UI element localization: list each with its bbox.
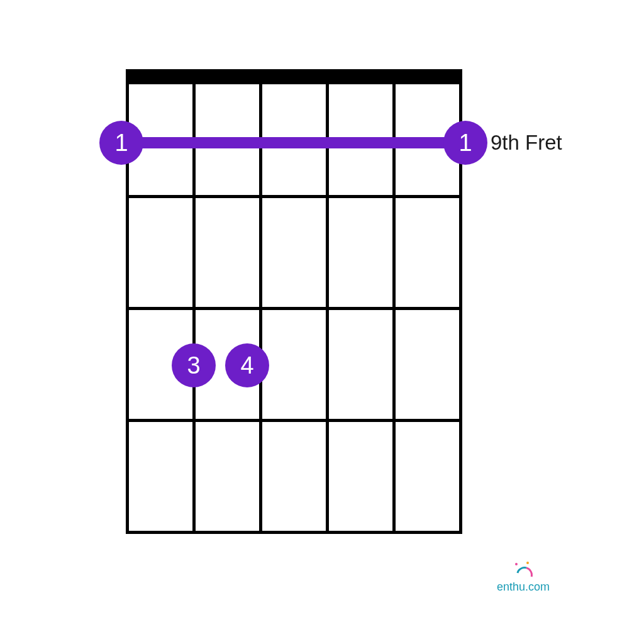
barre-bar <box>119 137 469 148</box>
fret-position-label: 9th Fret <box>491 131 562 155</box>
finger-dot-1-left: 1 <box>99 121 143 165</box>
logo-icon <box>514 563 533 582</box>
fret-wire-2 <box>126 307 462 310</box>
chord-diagram: 1 1 3 4 9th Fret <box>126 69 462 535</box>
brand-logo: enthu.com <box>497 563 550 594</box>
finger-number-label: 3 <box>187 352 200 379</box>
guitar-nut <box>126 69 462 84</box>
fret-wire-4 <box>126 531 462 534</box>
finger-number-label: 1 <box>458 130 472 157</box>
fretboard-grid <box>126 84 462 532</box>
fret-wire-1 <box>126 195 462 198</box>
finger-dot-4: 4 <box>225 343 269 387</box>
finger-dot-1-right: 1 <box>443 121 487 165</box>
finger-dot-3: 3 <box>172 343 216 387</box>
finger-number-label: 1 <box>114 130 128 157</box>
finger-number-label: 4 <box>240 352 253 379</box>
fret-wire-3 <box>126 419 462 422</box>
